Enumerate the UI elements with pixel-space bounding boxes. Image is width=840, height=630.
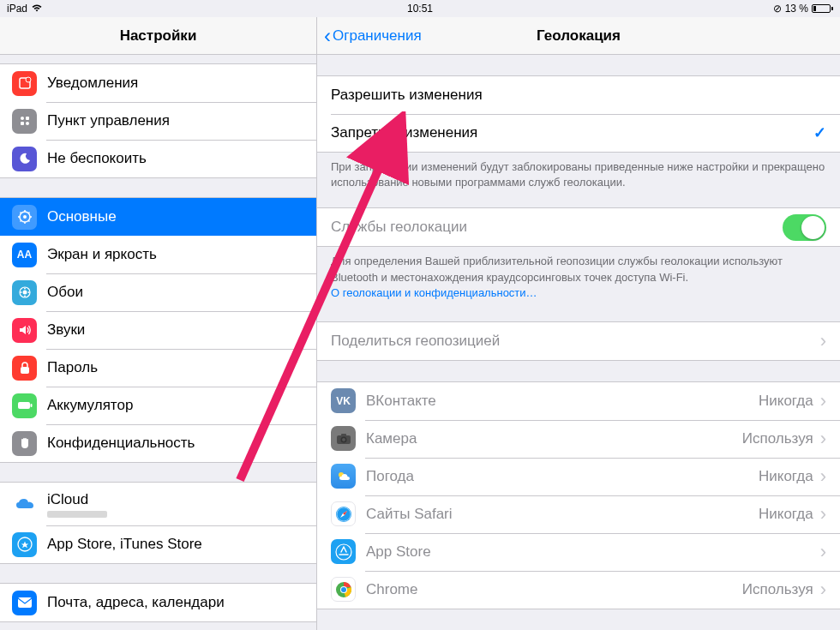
app-row-vk[interactable]: VK ВКонтакте Никогда › — [317, 382, 840, 420]
share-location-group: Поделиться геопозицией › — [317, 321, 840, 361]
sidebar-item-label: Пункт управления — [47, 112, 170, 129]
sidebar-item-label: Основные — [47, 208, 117, 225]
chevron-left-icon: ‹ — [324, 26, 331, 46]
sidebar-item-label: Почта, адреса, календари — [47, 594, 225, 611]
app-name: Chrome — [366, 581, 742, 598]
safari-icon — [331, 501, 356, 526]
sidebar-group: Уведомления Пункт управления Не беспокои… — [0, 63, 316, 178]
sidebar-item-icloud[interactable]: iCloud — [0, 483, 316, 525]
svg-point-29 — [342, 438, 345, 441]
sidebar-item-appstore[interactable]: App Store, iTunes Store — [0, 525, 316, 563]
sidebar-item-general[interactable]: Основные — [0, 198, 316, 236]
sidebar-item-control-center[interactable]: Пункт управления — [0, 102, 316, 140]
sidebar-item-label: Экран и яркость — [47, 246, 157, 263]
sidebar-group: Почта, адреса, календари — [0, 583, 316, 622]
gear-icon — [12, 205, 37, 230]
share-location-row[interactable]: Поделиться геопозицией › — [317, 322, 840, 360]
svg-point-5 — [26, 122, 29, 125]
row-label: Запретить изменения — [331, 124, 813, 141]
notifications-icon — [12, 71, 37, 96]
svg-point-19 — [24, 296, 26, 297]
sidebar-item-notifications[interactable]: Уведомления — [0, 64, 316, 102]
icloud-icon — [12, 492, 37, 517]
toggle-switch[interactable] — [783, 214, 826, 241]
sidebar-item-label: iCloud — [47, 491, 107, 508]
app-name: Сайты Safari — [366, 506, 759, 523]
location-services-row[interactable]: Службы геолокации — [317, 208, 840, 246]
dnd-icon — [12, 147, 37, 171]
app-status: Никогда — [759, 506, 813, 523]
app-status: Используя — [742, 430, 813, 447]
app-row-camera[interactable]: Камера Используя › — [317, 420, 840, 458]
footer-text: Для определения Вашей приблизительной ге… — [317, 247, 840, 301]
app-name: App Store — [366, 543, 813, 561]
sidebar-item-label: Конфиденциальность — [47, 435, 195, 452]
app-row-appstore[interactable]: App Store › — [317, 533, 840, 571]
sidebar-item-sounds[interactable]: Звуки — [0, 311, 316, 349]
app-status: Никогда — [759, 468, 813, 485]
sidebar-item-display[interactable]: AA Экран и яркость — [0, 236, 316, 273]
svg-point-18 — [24, 288, 26, 290]
footer-text: При запрещении изменений будут заблокиро… — [317, 153, 840, 190]
mail-icon — [12, 591, 37, 615]
privacy-link[interactable]: О геолокации и конфиденциальности… — [331, 286, 537, 299]
sidebar-item-passcode[interactable]: Пароль — [0, 349, 316, 387]
weather-icon — [331, 464, 356, 489]
row-label: Поделиться геопозицией — [331, 333, 820, 350]
sidebar-item-label: Пароль — [47, 359, 98, 376]
battery-icon — [812, 4, 833, 13]
sidebar-item-wallpaper[interactable]: Обои — [0, 273, 316, 311]
back-label: Ограничения — [333, 27, 422, 45]
sidebar-item-label: Звуки — [47, 321, 85, 339]
detail-title: Геолокация — [537, 27, 621, 45]
svg-point-1 — [26, 77, 31, 82]
svg-point-20 — [20, 291, 21, 293]
wallpaper-icon — [12, 280, 37, 305]
svg-rect-3 — [26, 117, 29, 120]
sidebar-title: Настройки — [120, 27, 197, 45]
app-row-chrome[interactable]: Chrome Используя › — [317, 571, 840, 609]
sidebar-item-dnd[interactable]: Не беспокоить — [0, 140, 316, 177]
svg-rect-23 — [18, 402, 30, 409]
battery-text: 13 % — [785, 3, 808, 15]
display-icon: AA — [12, 243, 37, 267]
chevron-right-icon: › — [820, 503, 826, 525]
settings-sidebar: Настройки Уведомления Пункт управления — [0, 17, 317, 630]
sidebar-item-label: Не беспокоить — [47, 150, 147, 167]
svg-rect-4 — [21, 122, 24, 125]
disallow-changes-row[interactable]: Запретить изменения ✓ — [317, 114, 840, 152]
chevron-right-icon: › — [820, 330, 826, 352]
app-name: Камера — [366, 430, 742, 447]
sidebar-item-label: App Store, iTunes Store — [47, 536, 202, 553]
chevron-right-icon: › — [820, 390, 826, 412]
chevron-right-icon: › — [820, 428, 826, 450]
location-services-group: Службы геолокации — [317, 207, 840, 247]
apps-group: VK ВКонтакте Никогда › Камера Используя … — [317, 381, 840, 609]
wifi-icon — [31, 3, 43, 15]
svg-point-2 — [21, 117, 24, 120]
battery-icon — [12, 393, 37, 418]
sidebar-item-battery[interactable]: Аккумулятор — [0, 387, 316, 424]
sidebar-item-privacy[interactable]: Конфиденциальность — [0, 424, 316, 462]
svg-point-7 — [23, 215, 27, 219]
app-row-weather[interactable]: Погода Никогда › — [317, 458, 840, 495]
sidebar-group: Основные AA Экран и яркость Обои — [0, 197, 316, 463]
sidebar-item-label: Обои — [47, 284, 83, 301]
appstore-icon — [12, 532, 37, 557]
app-row-safari[interactable]: Сайты Safari Никогда › — [317, 495, 840, 533]
svg-rect-30 — [341, 434, 346, 436]
status-bar: iPad 10:51 ⊘ 13 % — [0, 0, 840, 17]
changes-group: Разрешить изменения Запретить изменения … — [317, 75, 840, 153]
back-button[interactable]: ‹ Ограничения — [324, 26, 422, 46]
status-time: 10:51 — [407, 3, 433, 15]
svg-line-15 — [28, 213, 30, 214]
sidebar-item-mail[interactable]: Почта, адреса, календари — [0, 584, 316, 621]
sidebar-header: Настройки — [0, 17, 316, 55]
detail-pane: ‹ Ограничения Геолокация Разрешить измен… — [317, 17, 840, 630]
icloud-subtitle-redacted — [47, 511, 107, 518]
allow-changes-row[interactable]: Разрешить изменения — [317, 76, 840, 114]
svg-rect-26 — [18, 597, 32, 608]
vk-icon: VK — [331, 388, 356, 413]
control-center-icon — [12, 109, 37, 134]
chevron-right-icon: › — [820, 465, 826, 488]
